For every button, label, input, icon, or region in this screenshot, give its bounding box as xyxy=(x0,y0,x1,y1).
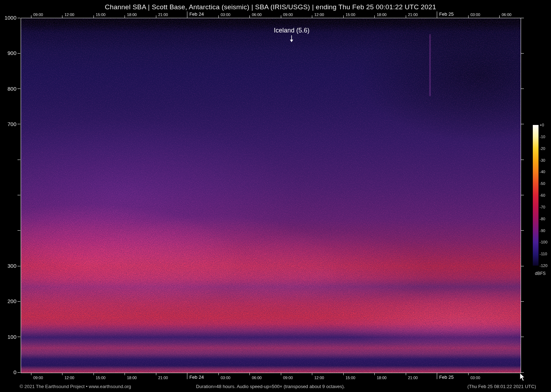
colorbar-tick-label: -40 xyxy=(540,170,545,174)
x-tick-mark xyxy=(437,373,437,379)
y-tick-mark xyxy=(521,160,524,160)
y-tick-mark xyxy=(521,266,524,266)
spectrogram-noise-texture xyxy=(21,18,521,373)
y-tick-label: 700 xyxy=(0,121,16,127)
colorbar-gradient xyxy=(533,125,539,266)
x-tick-mark xyxy=(468,373,469,375)
y-tick-mark xyxy=(17,230,20,231)
x-tick-mark xyxy=(125,373,125,375)
y-tick-mark xyxy=(521,195,524,195)
x-tick-mark xyxy=(62,15,62,18)
x-tick-label: Feb 24 xyxy=(189,11,204,17)
x-tick-mark xyxy=(281,15,281,18)
y-tick-label: 900 xyxy=(0,50,16,56)
x-tick-mark xyxy=(406,373,406,375)
x-tick-label: 18:00 xyxy=(377,376,387,380)
render-timestamp: (Thu Feb 25 08:01:22 2021 UTC) xyxy=(467,384,536,389)
y-tick-mark xyxy=(17,124,20,124)
x-tick-label: 09:00 xyxy=(33,376,43,380)
x-tick-label: 15:00 xyxy=(96,12,106,17)
colorbar-tick-label: -10 xyxy=(540,135,545,139)
x-tick-label: Feb 25 xyxy=(439,375,454,380)
colorbar-tick-label: -60 xyxy=(540,193,545,197)
x-tick-mark xyxy=(31,373,31,375)
y-tick-label: 100 xyxy=(0,334,16,340)
y-tick-label: 0 xyxy=(0,369,16,375)
y-tick-label: 800 xyxy=(0,86,16,92)
colorbar-tick-label: -20 xyxy=(540,146,545,151)
x-tick-label: 09:00 xyxy=(33,12,43,17)
x-tick-label: Feb 25 xyxy=(439,11,454,17)
earthquake-annotation: Iceland (5.6) xyxy=(252,27,331,43)
colorbar-tick-label: -30 xyxy=(540,158,545,162)
x-tick-label: 09:00 xyxy=(283,12,293,17)
x-tick-mark xyxy=(312,15,312,18)
x-tick-mark xyxy=(437,11,437,18)
x-tick-mark xyxy=(343,373,344,375)
x-tick-label: 03:00 xyxy=(470,12,480,17)
x-tick-mark xyxy=(406,15,406,18)
x-tick-label: 03:00 xyxy=(470,376,480,380)
x-tick-mark xyxy=(187,11,187,18)
x-tick-mark xyxy=(374,15,375,18)
x-tick-label: 03:00 xyxy=(221,376,231,380)
x-tick-mark xyxy=(249,15,250,18)
x-tick-label: 15:00 xyxy=(345,376,355,380)
x-tick-mark xyxy=(93,373,94,375)
colorbar-tick-label: -90 xyxy=(540,228,545,233)
y-tick-mark xyxy=(17,301,20,302)
annotation-label: Iceland (5.6) xyxy=(274,27,309,34)
x-tick-label: 21:00 xyxy=(158,12,168,17)
y-tick-mark xyxy=(17,18,20,18)
colorbar-tick-label: -120 xyxy=(540,263,547,268)
x-tick-label: 06:00 xyxy=(252,12,262,17)
x-tick-label: 12:00 xyxy=(65,12,75,17)
y-tick-mark xyxy=(521,124,524,124)
x-tick-mark xyxy=(218,15,219,18)
colorbar-tick-label: +0 xyxy=(540,123,544,127)
colorbar-tick-label: -70 xyxy=(540,205,545,209)
x-tick-mark xyxy=(156,15,156,18)
vertical-streak-feature xyxy=(430,34,430,96)
y-tick-mark xyxy=(17,160,20,160)
colorbar-tick-label: -50 xyxy=(540,181,545,186)
x-tick-mark xyxy=(125,15,125,18)
x-tick-mark xyxy=(312,373,312,375)
x-tick-label: 18:00 xyxy=(377,12,387,17)
colorbar-unit: dBFS xyxy=(535,271,546,276)
y-tick-mark xyxy=(521,301,524,302)
x-tick-label: 12:00 xyxy=(314,12,324,17)
x-tick-label: Feb 24 xyxy=(189,375,204,380)
y-tick-mark xyxy=(521,230,524,231)
x-tick-label: 12:00 xyxy=(314,376,324,380)
x-tick-mark xyxy=(218,373,219,375)
y-tick-label: 300 xyxy=(0,263,16,269)
spectrogram-plot: Iceland (5.6) xyxy=(21,18,521,373)
x-tick-label: 06:00 xyxy=(252,376,262,380)
x-tick-mark xyxy=(374,373,375,375)
x-tick-mark xyxy=(343,15,344,18)
x-tick-label: 21:00 xyxy=(158,376,168,380)
y-tick-mark xyxy=(17,53,20,54)
x-tick-label: 12:00 xyxy=(65,376,75,380)
x-tick-mark xyxy=(468,15,469,18)
duration-text: Duration=48 hours. Audio speed-up=500× (… xyxy=(21,384,520,389)
x-tick-label: 06:00 xyxy=(502,12,512,17)
page-title: Channel SBA | Scott Base, Antarctica (se… xyxy=(21,3,520,11)
y-axis-title: Frequency (mHz) xyxy=(0,188,51,205)
y-tick-mark xyxy=(17,372,20,373)
x-tick-mark xyxy=(249,373,250,375)
x-tick-mark xyxy=(31,15,31,18)
y-tick-label: 200 xyxy=(0,298,16,304)
y-tick-mark xyxy=(521,18,524,18)
mouse-cursor-icon xyxy=(519,373,526,382)
y-tick-mark xyxy=(17,266,20,266)
down-arrow-icon xyxy=(289,35,294,43)
x-tick-label: 18:00 xyxy=(127,376,137,380)
x-tick-label: 15:00 xyxy=(345,12,355,17)
x-tick-mark xyxy=(93,15,94,18)
x-tick-label: 21:00 xyxy=(408,376,418,380)
x-tick-label: 21:00 xyxy=(408,12,418,17)
y-tick-label: 1000 xyxy=(0,15,16,21)
colorbar-tick-label: -100 xyxy=(540,240,547,244)
